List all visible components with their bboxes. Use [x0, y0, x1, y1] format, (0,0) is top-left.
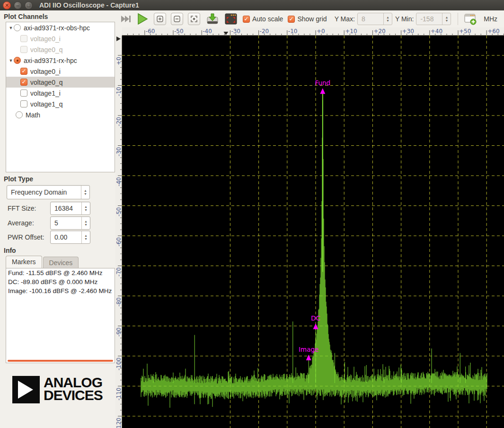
- zoom-out-button[interactable]: [171, 13, 183, 25]
- pwr-offset-spinbox[interactable]: 0.00 ▲▼: [50, 231, 90, 244]
- show-grid-checkbox[interactable]: ✓ Show grid: [288, 15, 327, 23]
- average-label: Average:: [8, 219, 34, 227]
- average-value: 5: [51, 219, 81, 227]
- svg-text:-60: -60: [146, 28, 155, 35]
- marker-image-label: Image: [299, 346, 318, 353]
- tree-row-voltage0_i[interactable]: voltage0_i: [6, 33, 115, 44]
- capture-single-icon[interactable]: [120, 15, 132, 23]
- y-min-label: Y Min:: [395, 15, 414, 23]
- tree-label: voltage0_q: [30, 46, 63, 54]
- zoom-fit-button[interactable]: [188, 13, 200, 25]
- fft-plot[interactable]: FundDCImage: [122, 36, 504, 428]
- y-max-spinbox[interactable]: 8 ▲▼: [357, 13, 392, 25]
- pwr-offset-value: 0.00: [51, 233, 81, 241]
- plot-type-value: Frequency Domain: [7, 188, 81, 196]
- zoom-fit-icon: [191, 16, 197, 22]
- info-tabs: Markers Devices: [6, 256, 79, 268]
- channel-checkbox[interactable]: [20, 35, 27, 42]
- svg-text:+10: +10: [345, 28, 357, 35]
- tree-label: voltage1_i: [30, 89, 61, 97]
- device-radio[interactable]: [14, 24, 21, 31]
- tab-devices[interactable]: Devices: [43, 257, 79, 268]
- tree-row-axi-ad9371-rx-obs-hpc[interactable]: ▼axi-ad9371-rx-obs-hpc: [6, 22, 115, 33]
- zoom-in-button[interactable]: [154, 13, 166, 25]
- tree-label: axi-ad9371-rx-hpc: [24, 57, 77, 64]
- svg-text:-10: -10: [288, 28, 298, 35]
- window-maximize-button[interactable]: □: [25, 1, 33, 9]
- svg-text:+0: +0: [317, 28, 325, 35]
- fft-size-label: FFT Size:: [8, 205, 36, 212]
- fft-size-value: 16384: [51, 205, 81, 212]
- play-button[interactable]: [137, 13, 148, 25]
- pwr-offset-label: PWR Offset:: [8, 233, 44, 241]
- show-grid-label: Show grid: [297, 15, 327, 23]
- marker-readout-fund: Fund: -11.55 dBFS @ 2.460 MHz: [6, 268, 115, 277]
- channel-checkbox[interactable]: ✓: [20, 79, 27, 86]
- spin-arrows-icon[interactable]: ▲▼: [81, 231, 90, 243]
- info-heading: Info: [4, 247, 16, 254]
- tab-markers[interactable]: Markers: [6, 256, 42, 268]
- tree-row-math[interactable]: Math: [6, 109, 115, 120]
- y-min-spinbox[interactable]: -158 ▲▼: [416, 13, 451, 25]
- horizontal-ruler[interactable]: 0-60-50-40-30-20-10+0+10+20+30+40+50+60: [122, 27, 504, 36]
- markers-info-box[interactable]: Fund: -11.55 dBFS @ 2.460 MHz DC: -89.80…: [6, 268, 115, 363]
- tree-row-voltage0_q[interactable]: ✓voltage0_q: [6, 77, 115, 88]
- tree-label: voltage0_i: [30, 35, 61, 43]
- tree-row-voltage1_i[interactable]: voltage1_i: [6, 88, 115, 98]
- analog-devices-triangle-icon: [12, 376, 40, 403]
- auto-scale-checkbox[interactable]: ✓ Auto scale: [243, 15, 283, 23]
- channel-tree[interactable]: ▼axi-ad9371-rx-obs-hpcvoltage0_ivoltage0…: [6, 22, 115, 172]
- svg-text:+50: +50: [459, 28, 471, 35]
- spin-arrows-icon[interactable]: ▲▼: [383, 13, 392, 25]
- tree-label: Math: [26, 111, 40, 119]
- y-max-label: Y Max:: [335, 15, 355, 23]
- vertical-ruler[interactable]: +0-10-20-30-40-50-60-70-80-90-100-110-12…: [115, 36, 122, 428]
- fft-size-combo[interactable]: 16384 ▲▼: [50, 202, 90, 215]
- window-close-button[interactable]: ✕: [3, 1, 11, 9]
- svg-text:-120: -120: [115, 418, 122, 428]
- expander-icon[interactable]: ▼: [8, 26, 14, 30]
- svg-text:-50: -50: [174, 28, 184, 35]
- save-button[interactable]: [206, 12, 219, 26]
- save-icon: [206, 12, 219, 26]
- checkbox-checked-icon[interactable]: ✓: [288, 16, 295, 23]
- tree-row-axi-ad9371-rx-hpc[interactable]: ▼axi-ad9371-rx-hpc: [6, 55, 115, 66]
- marker-readout-dc: DC: -89.80 dBFS @ 0.000 MHz: [6, 277, 115, 286]
- channel-checkbox[interactable]: [20, 46, 27, 53]
- device-radio[interactable]: [14, 57, 21, 64]
- expander-icon[interactable]: ▼: [8, 58, 14, 63]
- horizontal-scrollbar[interactable]: [8, 360, 113, 362]
- window-title: ADI IIO Oscilloscope - Capture1: [39, 1, 139, 9]
- spin-arrows-icon[interactable]: ▲▼: [442, 13, 451, 25]
- capture-toolbar: ✓ Auto scale ✓ Show grid Y Max: 8 ▲▼ Y M…: [115, 10, 504, 27]
- svg-text:-30: -30: [231, 28, 240, 35]
- channel-checkbox[interactable]: [20, 89, 27, 97]
- unit-label: MHz: [484, 15, 497, 23]
- checkbox-checked-icon[interactable]: ✓: [243, 16, 250, 23]
- marker-fund-arrow: [320, 88, 325, 94]
- fullscreen-button[interactable]: [225, 13, 237, 25]
- new-plot-icon: [464, 13, 477, 25]
- new-plot-button[interactable]: [464, 13, 477, 25]
- plot-channels-heading: Plot Channels: [4, 13, 48, 20]
- auto-scale-label: Auto scale: [252, 15, 283, 23]
- plot-type-combo[interactable]: Frequency Domain ▲▼: [7, 185, 90, 199]
- y-max-value: 8: [358, 15, 383, 23]
- toolbar-separator: [458, 13, 458, 25]
- svg-text:+20: +20: [373, 28, 385, 35]
- combo-arrows-icon[interactable]: ▲▼: [81, 186, 89, 199]
- window-minimize-button[interactable]: –: [14, 1, 22, 9]
- math-radio[interactable]: [16, 111, 23, 118]
- plot-type-heading: Plot Type: [4, 175, 33, 183]
- channel-checkbox[interactable]: ✓: [20, 68, 27, 75]
- spin-arrows-icon[interactable]: ▲▼: [81, 217, 90, 229]
- tree-row-voltage0_q[interactable]: voltage0_q: [6, 44, 115, 55]
- combo-arrows-icon[interactable]: ▲▼: [81, 202, 90, 214]
- tree-label: axi-ad9371-rx-obs-hpc: [24, 24, 90, 32]
- tree-row-voltage0_i[interactable]: ✓voltage0_i: [6, 66, 115, 77]
- zoom-out-icon: [174, 16, 180, 22]
- zoom-in-icon: [157, 16, 163, 22]
- channel-checkbox[interactable]: [20, 100, 27, 107]
- average-spinbox[interactable]: 5 ▲▼: [50, 216, 90, 230]
- tree-row-voltage1_q[interactable]: voltage1_q: [6, 98, 115, 109]
